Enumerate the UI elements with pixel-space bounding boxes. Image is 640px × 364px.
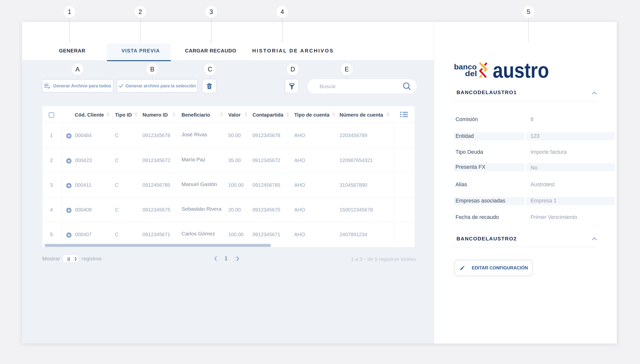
svg-text:austro: austro [493, 60, 549, 80]
svg-text:del: del [465, 70, 477, 78]
